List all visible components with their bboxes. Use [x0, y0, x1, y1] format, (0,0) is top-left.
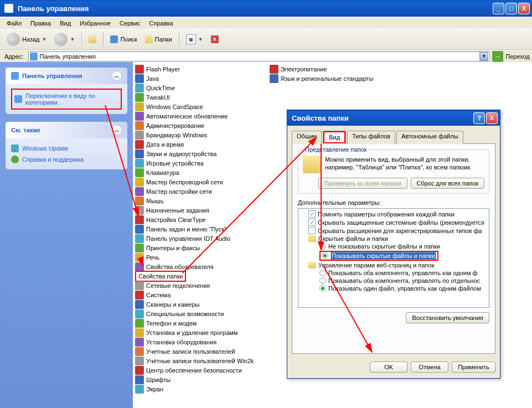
tree-label: Помнить параметры отображения каждой пап…	[318, 211, 454, 218]
advanced-settings-tree[interactable]: ✓Помнить параметры отображения каждой па…	[298, 208, 489, 308]
control-panel-item[interactable]: Панель задач и меню "Пуск"	[133, 224, 256, 234]
item-label: Система	[146, 292, 171, 298]
menu-favorites[interactable]: Избранное	[75, 18, 115, 28]
control-panel-item[interactable]: Учетные записи пользователей	[133, 347, 256, 356]
control-panel-item[interactable]: Телефон и модем	[133, 318, 256, 328]
item-label: Flash Player	[146, 66, 180, 73]
chevron-up-icon[interactable]: ︽	[112, 71, 122, 81]
menu-tools[interactable]: Сервис	[115, 18, 145, 28]
tree-row[interactable]: Управление парами веб-страниц и папок	[299, 261, 488, 269]
search-button[interactable]: Поиск	[107, 33, 140, 45]
control-panel-item[interactable]: QuickTime	[133, 83, 256, 92]
menu-file[interactable]: Файл	[2, 18, 26, 28]
control-panel-item[interactable]: Принтеры и факсы	[133, 243, 256, 252]
control-panel-item[interactable]: Язык и региональные стандарты	[267, 74, 376, 83]
control-panel-item[interactable]: Дата и время	[133, 140, 256, 149]
control-panel-item[interactable]: Учётные записи пользователей Win2k	[133, 356, 256, 365]
maximize-button[interactable]: □	[505, 3, 517, 14]
control-panel-item[interactable]: Мастер настройки сети	[133, 187, 256, 196]
control-panel-item[interactable]: Панель управления IDT Audio	[133, 234, 256, 243]
views-button[interactable]: ▦ ▼	[183, 32, 206, 47]
dialog-title: Свойства папки	[292, 114, 473, 122]
apply-button[interactable]: Применить	[452, 361, 495, 373]
control-panel-item[interactable]: Речь	[133, 252, 256, 262]
advanced-label: Дополнительные параметры:	[298, 199, 489, 206]
apply-all-button[interactable]: Применить ко всем папкам	[318, 178, 407, 189]
tree-row[interactable]: Не показывать скрытые файлы и папки	[299, 242, 488, 250]
control-panel-item[interactable]: TweakUI	[133, 92, 256, 102]
control-panel-item[interactable]: Шрифты	[133, 375, 256, 384]
up-button[interactable]	[85, 33, 100, 45]
item-icon	[135, 149, 144, 158]
menu-edit[interactable]: Правка	[26, 18, 55, 28]
control-panel-item[interactable]: Свойства папки	[133, 271, 256, 281]
control-panel-item[interactable]: Брандмауэр Windows	[133, 130, 256, 140]
control-panel-item[interactable]: Сетевые подключения	[133, 281, 256, 290]
control-panel-item[interactable]: Свойства обозревателя	[133, 262, 256, 271]
tree-row[interactable]: Показывать один файл, управлять как одни…	[299, 285, 488, 292]
tree-label: Скрытые файлы и папки	[318, 235, 388, 242]
sidebar-link-switch-view[interactable]: Переключение к виду по категориям	[14, 91, 118, 107]
tree-row[interactable]: Скрывать расширения для зарегистрированн…	[299, 226, 488, 235]
control-panel-item[interactable]: Экран	[133, 384, 256, 394]
minimize-button[interactable]: _	[493, 3, 504, 14]
control-panel-item[interactable]: Java	[133, 74, 256, 83]
restore-defaults-button[interactable]: Восстановить умолчания	[406, 312, 489, 323]
tree-row[interactable]: ✓Помнить параметры отображения каждой па…	[299, 210, 488, 218]
item-icon	[135, 140, 144, 149]
control-panel-item[interactable]: Windows CardSpace	[133, 102, 256, 111]
tree-row[interactable]: Показывать оба компонента, управлять как…	[299, 269, 488, 277]
menu-help[interactable]: Справка	[145, 18, 178, 28]
ok-button[interactable]: OK	[370, 361, 407, 373]
delete-button[interactable]: ✕	[208, 33, 222, 45]
tree-row[interactable]: ✓Скрывать защищенные системные файлы (ре…	[299, 218, 488, 226]
control-panel-item[interactable]: Администрирование	[133, 121, 256, 130]
control-panel-item[interactable]: Установка и удаление программ	[133, 328, 256, 337]
control-panel-item[interactable]: Звуки и аудиоустройства	[133, 149, 256, 158]
control-panel-item[interactable]: Система	[133, 290, 256, 299]
folders-button[interactable]: Папки	[142, 33, 175, 45]
address-dropdown-icon[interactable]: ▼	[479, 52, 488, 61]
item-label: Установка оборудования	[146, 339, 216, 345]
tab-general[interactable]: Общие	[292, 131, 322, 144]
sidebar-link-help[interactable]: Справка и поддержка	[11, 154, 122, 165]
cancel-button[interactable]: Отмена	[411, 361, 448, 373]
control-panel-item[interactable]: Электропитание	[267, 64, 376, 74]
item-icon	[135, 84, 144, 92]
tree-row[interactable]: Скрытые файлы и папки	[299, 235, 488, 242]
control-panel-item[interactable]: Настройка ClearType	[133, 215, 256, 224]
address-field[interactable]: Панель управления ▼	[28, 51, 490, 61]
control-panel-item[interactable]: Клавиатура	[133, 168, 256, 177]
back-button[interactable]: ← Назад ▼	[3, 30, 50, 48]
go-button[interactable]: →	[492, 51, 503, 62]
control-panel-item[interactable]: Специальные возможности	[133, 309, 256, 318]
sidebar-link-windows-update[interactable]: Windows Update	[11, 143, 122, 154]
item-label: Центр обеспечения безопасности	[146, 367, 242, 374]
close-button[interactable]: X	[518, 3, 530, 14]
tab-filetypes[interactable]: Типы файлов	[347, 131, 395, 144]
control-panel-item[interactable]: Мышь	[133, 196, 256, 205]
tab-view[interactable]: Вид	[323, 131, 346, 144]
menu-view[interactable]: Вид	[55, 18, 75, 28]
chevron-up-icon[interactable]: ︽	[112, 125, 122, 135]
control-panel-item[interactable]: Игровые устройства	[133, 158, 256, 168]
control-panel-item[interactable]: Центр обеспечения безопасности	[133, 365, 256, 375]
tree-row[interactable]: Показывать скрытые файлы и папки	[299, 250, 488, 261]
tab-offline[interactable]: Автономные файлы	[396, 131, 463, 144]
control-panel-item[interactable]: Назначенные задания	[133, 205, 256, 215]
reset-all-button[interactable]: Сброс для всех папок	[411, 178, 485, 189]
control-panel-item[interactable]: Flash Player	[133, 64, 256, 74]
control-panel-item[interactable]: Сканеры и камеры	[133, 299, 256, 309]
folders-label: Папки	[155, 36, 172, 43]
tree-label: Показывать скрытые файлы и папки	[330, 252, 436, 260]
dialog-close-button[interactable]: X	[486, 112, 498, 124]
control-panel-item[interactable]: Мастер беспроводной сети	[133, 177, 256, 187]
tree-row[interactable]: Показывать оба компонента, управлять по …	[299, 277, 488, 285]
item-icon	[135, 206, 144, 215]
sidebar-panel-control: Панель управления ︽ Переключение к виду …	[6, 68, 127, 114]
forward-button[interactable]: → ▼	[51, 30, 78, 48]
help-button[interactable]: ?	[473, 112, 485, 124]
dialog-titlebar: Свойства папки ? X	[287, 110, 500, 126]
control-panel-item[interactable]: Автоматическое обновление	[133, 111, 256, 121]
control-panel-item[interactable]: Установка оборудования	[133, 337, 256, 347]
